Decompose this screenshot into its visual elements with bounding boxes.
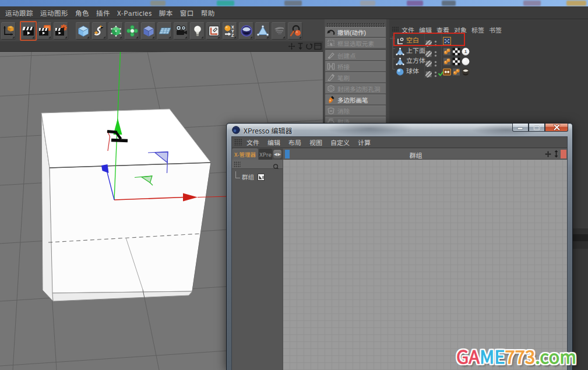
- phong-tag[interactable]: [443, 45, 451, 54]
- polygon-cone-icon[interactable]: [396, 45, 404, 54]
- node-canvas-grid[interactable]: [283, 160, 567, 370]
- om-object-name[interactable]: 立方体: [406, 55, 425, 65]
- null-object-icon[interactable]: [396, 34, 404, 43]
- palette-item-6[interactable]: 多边形画笔: [325, 94, 386, 105]
- palette-item-3[interactable]: 桥接: [325, 61, 386, 72]
- xpresso-search-bar[interactable]: [232, 160, 283, 169]
- toolbar-camera-icon[interactable]: [174, 22, 188, 40]
- xpresso-menu-item-4[interactable]: 自定义: [330, 138, 350, 147]
- toolbar-light-bulb-icon[interactable]: [190, 22, 205, 40]
- resize-vertical-icon[interactable]: [552, 149, 560, 158]
- visibility-dots-icon[interactable]: [434, 46, 437, 52]
- menu-item-2[interactable]: 角色: [75, 8, 89, 17]
- polygon-cone-icon[interactable]: [396, 55, 404, 64]
- maximize-button[interactable]: [529, 124, 545, 132]
- om-object-name[interactable]: 球体: [406, 66, 419, 75]
- toolbar-cinema-disabled-icon[interactable]: [272, 22, 286, 40]
- visibility-dots-icon[interactable]: [434, 56, 437, 62]
- layer-toggle-icon[interactable]: [425, 36, 432, 42]
- om-menu-item-2[interactable]: 查看: [436, 25, 449, 34]
- layer-toggle-icon[interactable]: [425, 66, 432, 73]
- tab-xpresso-pool[interactable]: XPre: [259, 149, 272, 160]
- om-menu-item-5[interactable]: 书签: [489, 25, 502, 34]
- menu-item-7[interactable]: 帮助: [201, 8, 215, 17]
- material-white-1-tag[interactable]: 1: [462, 45, 470, 54]
- menu-item-4[interactable]: X-Particles: [117, 8, 152, 17]
- palette-item-0[interactable]: 撤销(动作): [325, 27, 386, 37]
- group-output-port[interactable]: [561, 150, 566, 158]
- viewport-pan-icon[interactable]: [288, 42, 295, 51]
- toolbar-workplane-icon[interactable]: [206, 22, 221, 40]
- xpresso-menu-item-5[interactable]: 计算: [358, 138, 371, 147]
- om-object-row-1[interactable]: 上下面1: [389, 44, 588, 54]
- xpresso-menu-item-1[interactable]: 编辑: [267, 138, 280, 147]
- uvw-checker-tag[interactable]: [452, 55, 460, 64]
- xpresso-menu-item-2[interactable]: 布局: [288, 138, 301, 147]
- object-manager-drag-handle[interactable]: [392, 27, 399, 32]
- viewport-view-toggle-icon[interactable]: [314, 42, 322, 51]
- palette-item-2[interactable]: 创建点: [325, 50, 386, 61]
- phong-tag[interactable]: [443, 55, 451, 64]
- menu-item-0[interactable]: 运动跟踪: [5, 8, 33, 17]
- toolbar-render-sphere-icon[interactable]: [239, 22, 253, 40]
- toolbar-xyz-coords-icon[interactable]: XYZ: [223, 22, 237, 40]
- palette-item-5[interactable]: 封闭多边形孔洞: [325, 83, 386, 94]
- xpresso-menu-item-0[interactable]: 文件: [247, 138, 259, 147]
- palette-item-4[interactable]: 笔刷: [325, 72, 386, 83]
- toolbar-array-green-icon[interactable]: [125, 22, 139, 40]
- menu-item-1[interactable]: 运动图形: [40, 8, 68, 17]
- xpresso-tag[interactable]: [443, 34, 451, 43]
- tab-scroll-arrows-button[interactable]: ◀▶: [273, 149, 282, 159]
- toolbar-clapperboard-play-icon[interactable]: [21, 22, 36, 40]
- visibility-dots-icon[interactable]: [434, 36, 437, 42]
- cube-object: [41, 109, 211, 301]
- layer-toggle-icon[interactable]: [425, 56, 432, 62]
- uvw-checker-tag[interactable]: [452, 45, 460, 54]
- sphere-icon[interactable]: [396, 65, 404, 74]
- close-button[interactable]: [545, 124, 568, 132]
- menu-item-3[interactable]: 插件: [96, 8, 110, 17]
- om-menu-item-3[interactable]: 对象: [454, 25, 467, 34]
- material-dark-tag[interactable]: [462, 65, 470, 74]
- om-object-row-3[interactable]: 球体: [389, 65, 588, 75]
- palette-drag-handle[interactable]: [326, 23, 385, 27]
- tree-item-group[interactable]: 群组: [235, 172, 265, 181]
- minimize-button[interactable]: [512, 124, 529, 132]
- viewport-zoom-icon[interactable]: [297, 42, 304, 51]
- palette-item-7[interactable]: 消除: [325, 105, 386, 116]
- om-object-name[interactable]: 空白: [406, 35, 419, 44]
- menu-item-5[interactable]: 脚本: [159, 8, 173, 17]
- compositing-tag[interactable]: [443, 65, 451, 74]
- toolbar-magnifier-orange-icon[interactable]: [288, 22, 302, 40]
- menu-item-6[interactable]: 窗口: [180, 8, 194, 17]
- toolbar-spline-pen-icon[interactable]: [92, 22, 107, 40]
- toolbar-editable-cube-green-icon[interactable]: [108, 22, 123, 40]
- viewport-rotate-icon[interactable]: [305, 42, 313, 51]
- toolbar-cube-blue-icon[interactable]: [76, 22, 90, 40]
- phong-tag[interactable]: [452, 65, 460, 74]
- toolbar-cube-indigo-icon[interactable]: [141, 22, 156, 40]
- om-menu-item-1[interactable]: 编辑: [419, 25, 432, 34]
- move-cross-icon[interactable]: [544, 149, 552, 158]
- toolbar-axis-cube-icon[interactable]: [1, 22, 16, 40]
- xpresso-menu-drag-handle[interactable]: [234, 139, 242, 146]
- visibility-dots-icon[interactable]: [434, 66, 437, 73]
- om-menu-item-0[interactable]: 文件: [402, 25, 414, 34]
- palette-item-1[interactable]: 框显选取元素: [325, 38, 386, 48]
- layer-toggle-icon[interactable]: [425, 46, 432, 52]
- xpresso-node-canvas[interactable]: 群组: [283, 149, 567, 370]
- tab-x-manager[interactable]: X-管理器: [232, 149, 258, 160]
- om-object-name[interactable]: 上下面: [406, 45, 425, 55]
- group-node-header[interactable]: 群组: [283, 149, 567, 160]
- om-object-row-2[interactable]: 立方体: [389, 54, 588, 64]
- xpresso-menu-item-3[interactable]: 视图: [309, 138, 322, 147]
- om-object-row-0[interactable]: 空白: [389, 34, 588, 44]
- toolbar-plane-grid-icon[interactable]: [157, 22, 172, 40]
- flyout-corner-icon: [217, 36, 220, 38]
- toolbar-clapperboard-gear-icon[interactable]: [54, 22, 68, 40]
- toolbar-clapperboard-box-icon[interactable]: [37, 22, 52, 40]
- om-menu-item-4[interactable]: 标签: [471, 25, 484, 34]
- material-white-tag[interactable]: [462, 55, 470, 64]
- svg-text:1: 1: [464, 49, 467, 54]
- toolbar-cone-blue-icon[interactable]: [255, 22, 270, 40]
